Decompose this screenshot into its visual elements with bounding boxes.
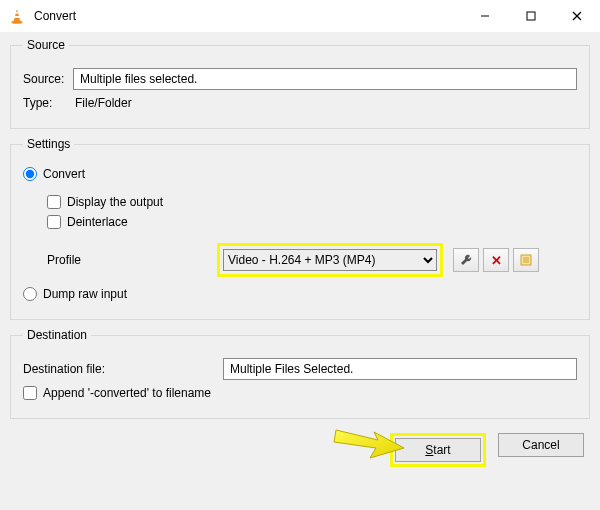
svg-rect-1 — [15, 12, 19, 14]
close-button[interactable] — [554, 0, 600, 32]
profile-highlight: Video - H.264 + MP3 (MP4) — [217, 243, 443, 277]
settings-legend: Settings — [23, 137, 74, 151]
source-input[interactable] — [73, 68, 577, 90]
dump-raw-radio-input[interactable] — [23, 287, 37, 301]
source-group: Source Source: Type: File/Folder — [10, 38, 590, 129]
button-bar: Start Cancel — [10, 427, 590, 467]
display-output-checkbox[interactable]: Display the output — [47, 195, 577, 209]
svg-rect-5 — [527, 12, 535, 20]
destination-file-input[interactable] — [223, 358, 577, 380]
destination-group: Destination Destination file: Append '-c… — [10, 328, 590, 419]
append-converted-checkbox[interactable]: Append '-converted' to filename — [23, 386, 577, 400]
settings-group: Settings Convert Display the output Dein… — [10, 137, 590, 320]
svg-rect-2 — [14, 16, 20, 18]
display-output-label: Display the output — [67, 195, 163, 209]
new-profile-icon[interactable] — [513, 248, 539, 272]
source-label: Source: — [23, 72, 73, 86]
start-highlight: Start — [390, 433, 486, 467]
maximize-button[interactable] — [508, 0, 554, 32]
minimize-button[interactable] — [462, 0, 508, 32]
delete-icon[interactable]: ✕ — [483, 248, 509, 272]
profile-select[interactable]: Video - H.264 + MP3 (MP4) — [223, 249, 437, 271]
source-legend: Source — [23, 38, 69, 52]
destination-legend: Destination — [23, 328, 91, 342]
type-value: File/Folder — [73, 96, 132, 110]
start-button[interactable]: Start — [395, 438, 481, 462]
destination-file-label: Destination file: — [23, 362, 223, 376]
deinterlace-input[interactable] — [47, 215, 61, 229]
convert-radio[interactable]: Convert — [23, 167, 577, 181]
titlebar: Convert — [0, 0, 600, 32]
type-label: Type: — [23, 96, 73, 110]
deinterlace-label: Deinterlace — [67, 215, 128, 229]
cancel-button[interactable]: Cancel — [498, 433, 584, 457]
svg-point-3 — [12, 21, 23, 24]
append-converted-input[interactable] — [23, 386, 37, 400]
append-converted-label: Append '-converted' to filename — [43, 386, 211, 400]
deinterlace-checkbox[interactable]: Deinterlace — [47, 215, 577, 229]
window-title: Convert — [34, 9, 462, 23]
svg-marker-0 — [14, 9, 21, 22]
dump-raw-radio-label: Dump raw input — [43, 287, 127, 301]
wrench-icon[interactable] — [453, 248, 479, 272]
dump-raw-radio[interactable]: Dump raw input — [23, 287, 577, 301]
display-output-input[interactable] — [47, 195, 61, 209]
convert-radio-label: Convert — [43, 167, 85, 181]
convert-radio-input[interactable] — [23, 167, 37, 181]
start-rest: tart — [433, 443, 450, 457]
profile-label: Profile — [47, 253, 217, 267]
vlc-cone-icon — [8, 7, 26, 25]
